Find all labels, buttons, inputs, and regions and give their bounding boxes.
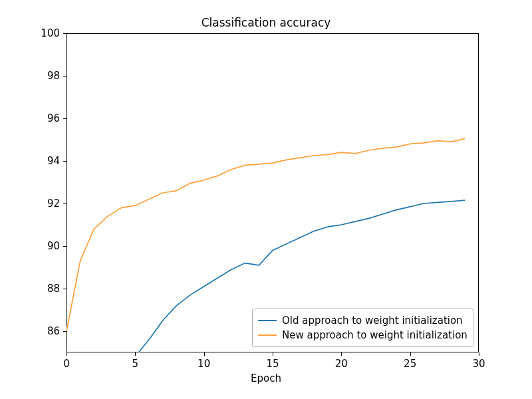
x-tick-label: 5 [132, 358, 139, 370]
legend-entry: New approach to weight initialization [258, 328, 467, 342]
x-tick-label: 10 [198, 358, 210, 370]
y-tick [63, 289, 66, 289]
x-tick [410, 352, 411, 356]
y-tick [63, 331, 66, 332]
chart-figure: Classification accuracy 0510152025308688… [0, 0, 532, 399]
x-tick-label: 30 [472, 358, 485, 370]
x-axis-label: Epoch [0, 372, 532, 384]
legend-swatch [258, 320, 277, 321]
x-tick-label: 25 [404, 358, 416, 370]
y-tick [63, 118, 66, 119]
y-tick [63, 246, 66, 247]
x-tick [66, 352, 67, 356]
y-tick [63, 33, 66, 34]
y-tick-label: 96 [47, 112, 60, 124]
legend-entry: Old approach to weight initialization [258, 313, 467, 328]
y-tick [63, 203, 66, 204]
series-line [66, 138, 465, 331]
x-tick [135, 352, 136, 356]
y-tick-label: 92 [47, 198, 60, 209]
y-tick-label: 90 [47, 240, 60, 252]
y-tick-label: 86 [47, 325, 60, 337]
y-tick-label: 100 [41, 27, 60, 39]
x-tick [479, 352, 479, 356]
x-tick [341, 352, 342, 356]
legend-label: Old approach to weight initialization [282, 315, 463, 327]
y-tick [63, 76, 66, 76]
x-tick-label: 20 [335, 358, 348, 370]
y-tick-label: 88 [47, 283, 60, 295]
y-tick-label: 98 [47, 70, 60, 82]
legend-label: New approach to weight initialization [282, 329, 467, 341]
x-tick [273, 352, 273, 356]
legend-swatch [258, 334, 277, 336]
x-tick-label: 0 [63, 358, 70, 370]
x-tick [204, 352, 205, 356]
x-tick-label: 15 [266, 358, 279, 370]
y-tick-label: 94 [47, 155, 60, 167]
legend: Old approach to weight initializationNew… [252, 309, 473, 347]
y-tick [63, 161, 66, 162]
